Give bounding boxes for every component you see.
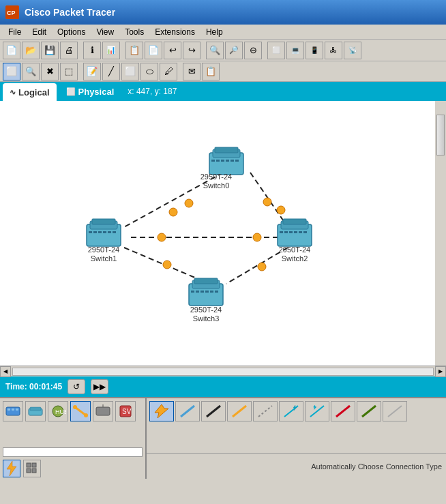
menu-view[interactable]: View — [91, 26, 119, 38]
svg-text:2950T-24: 2950T-24 — [279, 246, 310, 254]
device-icon-security[interactable]: SV — [115, 401, 136, 421]
menu-edit[interactable]: Edit — [27, 26, 52, 38]
svg-point-11 — [158, 233, 166, 241]
svg-marker-79 — [155, 404, 168, 418]
tb-save[interactable]: 💾 — [41, 42, 59, 59]
physical-icon: ⬜ — [66, 87, 76, 96]
conn-serial-dce[interactable] — [279, 401, 303, 421]
svg-text:2950T-24: 2950T-24 — [88, 246, 119, 254]
device-icon-switch[interactable] — [25, 401, 46, 421]
device-lightning-icon[interactable] — [3, 460, 20, 477]
canvas-area[interactable]: 2950T-24 Switch0 2950T-24 Switch1 — [0, 101, 446, 366]
tb2-note[interactable]: 📝 — [83, 63, 101, 80]
tb-activity[interactable]: 📊 — [102, 42, 120, 59]
tab-physical[interactable]: ⬜ Physical — [58, 82, 123, 101]
svg-rect-34 — [113, 231, 116, 233]
tb-device-4[interactable]: 🖧 — [325, 42, 342, 59]
tb-device-1[interactable]: ⬜ — [267, 42, 285, 59]
tb2-doc[interactable]: 📋 — [202, 63, 220, 80]
app-title: Cisco Packet Tracer — [25, 7, 115, 18]
conn-coax[interactable] — [331, 401, 355, 421]
tb-zoom-out[interactable]: 🔎 — [225, 42, 243, 59]
svg-point-68 — [73, 405, 77, 409]
svg-rect-42 — [289, 231, 293, 233]
conn-fiber[interactable] — [227, 401, 252, 421]
tb-redo[interactable]: ↪ — [183, 42, 200, 59]
toolbar2: ⬜ 🔍 ✖ ⬚ 📝 ╱ ⬜ ⬭ 🖊 ✉ 📋 — [0, 61, 446, 82]
tb2-pen[interactable]: 🖊 — [160, 63, 177, 80]
tab-logical[interactable]: ∿ Logical — [3, 83, 57, 101]
device-icon-hub[interactable]: HUB — [48, 401, 68, 421]
tb2-search[interactable]: 🔍 — [22, 63, 40, 80]
svg-text:Switch3: Switch3 — [193, 314, 220, 323]
menu-extensions[interactable]: Extensions — [149, 26, 200, 38]
svg-rect-22 — [231, 160, 234, 162]
tb-undo[interactable]: ↩ — [164, 42, 181, 59]
tb2-email[interactable]: ✉ — [183, 63, 200, 80]
menu-options[interactable]: Options — [52, 26, 91, 38]
svg-rect-17 — [215, 147, 238, 153]
tb2-select[interactable]: ⬜ — [3, 63, 20, 80]
conn-usb[interactable] — [357, 401, 381, 421]
svg-line-89 — [362, 406, 376, 417]
tb-zoom-reset[interactable]: ⊖ — [244, 42, 262, 59]
tb2-delete[interactable]: ✖ — [41, 63, 59, 80]
conn-phone[interactable] — [253, 401, 278, 421]
tb-zoom-in[interactable]: 🔍 — [206, 42, 224, 59]
svg-rect-50 — [194, 278, 218, 284]
svg-rect-70 — [96, 407, 110, 415]
svg-line-81 — [207, 406, 220, 417]
svg-rect-32 — [103, 231, 106, 233]
tb2-select2[interactable]: ⬚ — [60, 63, 78, 80]
svg-point-12 — [253, 233, 261, 241]
svg-text:CP: CP — [7, 10, 16, 16]
svg-point-10 — [277, 206, 285, 214]
tb2-line[interactable]: ╱ — [102, 63, 120, 80]
svg-rect-55 — [210, 291, 213, 293]
connection-type-label: Automatically Choose Connection Type — [147, 453, 446, 479]
device-icon-router[interactable] — [3, 401, 23, 421]
svg-rect-52 — [196, 291, 199, 293]
tb-device-3[interactable]: 📱 — [306, 42, 323, 59]
tb-info[interactable]: ℹ — [83, 42, 101, 59]
scroll-left[interactable]: ◀ — [0, 366, 11, 377]
svg-line-88 — [336, 406, 350, 417]
tb-open[interactable]: 📂 — [22, 42, 40, 59]
svg-line-82 — [233, 406, 246, 417]
svg-rect-43 — [294, 231, 297, 233]
conn-straight[interactable] — [175, 401, 200, 421]
tb-print[interactable]: 🖨 — [60, 42, 78, 59]
tb-paste[interactable]: 📄 — [145, 42, 162, 59]
menu-file[interactable]: File — [3, 26, 27, 38]
conn-crossover[interactable] — [201, 401, 226, 421]
tb2-rect[interactable]: ⬜ — [121, 63, 139, 80]
svg-point-8 — [169, 208, 177, 216]
reset-timer-button[interactable]: ↺ — [68, 379, 85, 394]
tb-device-5[interactable]: 📡 — [344, 42, 361, 59]
conn-label-text: Automatically Choose Connection Type — [311, 462, 442, 471]
tb-device-2[interactable]: 💻 — [286, 42, 304, 59]
conn-auto[interactable] — [149, 401, 174, 421]
tb-copy[interactable]: 📋 — [125, 42, 143, 59]
svg-point-13 — [163, 261, 171, 269]
menu-tools[interactable]: Tools — [119, 26, 149, 38]
device-icon-wireless[interactable] — [93, 401, 113, 421]
device-icon-connections[interactable] — [70, 401, 91, 421]
menu-help[interactable]: Help — [200, 26, 228, 38]
svg-rect-28 — [92, 219, 115, 224]
tb2-ellipse[interactable]: ⬭ — [140, 63, 158, 80]
tab-physical-label: Physical — [78, 87, 115, 97]
device-grid-icon[interactable] — [23, 460, 41, 477]
tb-new[interactable]: 📄 — [3, 42, 20, 59]
scroll-right[interactable]: ▶ — [435, 366, 446, 377]
conn-serial-dte[interactable] — [305, 401, 329, 421]
right-scrollbar[interactable] — [435, 101, 446, 366]
bottom-scrollbar[interactable]: ◀ ▶ — [0, 366, 446, 376]
fast-forward-button[interactable]: ▶▶ — [91, 379, 108, 394]
scroll-thumb[interactable] — [436, 115, 445, 155]
h-scrollbar-track[interactable] — [12, 368, 434, 376]
network-diagram: 2950T-24 Switch0 2950T-24 Switch1 — [0, 101, 446, 366]
conn-oc[interactable] — [383, 401, 407, 421]
device-bottom-row — [0, 458, 145, 479]
svg-rect-44 — [299, 231, 302, 233]
